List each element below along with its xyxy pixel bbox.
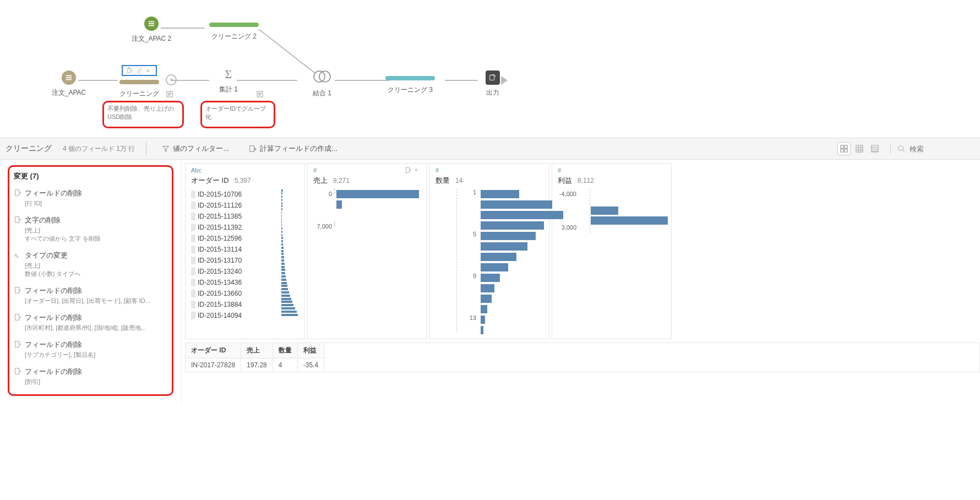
node-description: オーダーIDでグループ化 [202,102,274,124]
change-item[interactable]: フィールドの削除[サブカテゴリー], [製品名] [14,336,167,363]
annotation-highlight: 変更 (7) フィールドの削除[行 ID]文字の削除[売上]すべての値から 文字… [8,165,173,396]
join-icon [312,69,332,84]
run-flow-button[interactable] [501,76,508,85]
profile-card[interactable]: #利益8,112-4,0003,000 [552,163,672,339]
change-item[interactable]: フィールドの削除[オーダー日], [出荷日], [出荷モード], [顧客 ID.… [14,282,167,309]
cleaning-step-icon [385,76,435,80]
add-step-button[interactable]: + [166,74,177,85]
svg-text:a: a [17,254,19,258]
sigma-icon: Σ [193,67,264,81]
profile-toolbar: クリーニング 4 個のフィールド 1万 行 値のフィルター... 計算フィールド… [0,138,980,160]
profile-card[interactable]: Abcオーダー ID5,397ID-2015-10706ID-2015-1112… [185,163,305,339]
remove-field-icon [14,313,25,321]
changes-title: 変更 (7) [14,171,167,181]
node-label: クリーニング 3 [374,85,446,95]
flow-node-cleaning3[interactable]: クリーニング 3 [374,74,446,95]
column-header[interactable]: 売上 [241,343,273,358]
field-type[interactable]: Abc [191,167,299,173]
remove-field-icon [14,286,25,294]
svg-rect-35 [15,217,19,223]
svg-line-33 [903,150,905,153]
node-description: 不要列削除、売り上げのUSD削除 [104,102,182,124]
svg-rect-2 [149,25,155,26]
histogram: -4,0003,000 [558,189,666,335]
svg-rect-23 [856,145,863,152]
grid-view-button[interactable] [853,142,866,155]
data-grid[interactable]: オーダー ID売上数量利益 IN-2017-27828197.284-35.4 [185,343,980,372]
profile-card[interactable]: #A売上8,27107,000 [307,163,427,339]
field-type[interactable]: #A [313,167,421,173]
flow-node-input-apac2[interactable]: 注文_APAC 2 [116,17,187,44]
node-label: クリーニング [104,89,175,99]
change-item[interactable]: フィールドの削除[割引] [14,363,167,390]
cleaning-step-icon [209,23,259,27]
change-detail: [割引] [25,378,167,386]
node-label: 集計 1 [193,85,264,94]
svg-rect-40 [15,341,19,347]
profile-view-button[interactable] [837,142,851,155]
change-label: フィールドの削除 [25,286,167,296]
histogram: 07,000 [313,189,421,335]
table-icon [144,17,159,31]
svg-rect-22 [845,149,847,152]
flow-canvas[interactable]: 注文_APAC 2 クリーニング 2 注文_APAC A クリーニング + Σ … [0,0,980,138]
remove-field-icon [14,367,25,375]
table-icon [62,70,76,85]
node-label: 出力 [457,88,529,97]
svg-rect-0 [149,21,155,23]
profile-pane: Abcオーダー ID5,397ID-2015-10706ID-2015-1112… [182,160,980,404]
sparkline [281,189,299,317]
cell: 197.28 [241,358,273,372]
change-item[interactable]: フィールドの削除[行 ID] [14,184,167,211]
change-item[interactable]: 文字の削除[売上]すべての値から 文字 を削除 [14,211,167,247]
flow-node-aggregate1[interactable]: Σ 集計 1 [193,67,264,94]
change-detail: 数値 (小数) タイプへ [25,270,167,278]
svg-rect-3 [66,75,72,77]
svg-rect-34 [15,190,19,196]
svg-rect-42 [406,168,409,173]
search-input[interactable] [908,144,974,154]
flow-node-cleaning2[interactable]: クリーニング 2 [198,21,270,41]
table-row[interactable]: IN-2017-27828197.284-35.4 [186,358,324,372]
description-icon[interactable] [257,91,263,97]
change-item[interactable]: Aaタイプの変更[売上]数値 (小数) タイプへ [14,247,167,282]
profile-card[interactable]: #数量1415913 [429,163,549,339]
node-label: 注文_APAC 2 [116,34,187,44]
svg-rect-4 [66,77,72,78]
description-icon[interactable] [166,91,173,97]
flow-node-cleaning-selected[interactable]: A クリーニング [104,65,175,99]
flow-node-join1[interactable]: 結合 1 [286,69,358,98]
field-name: 数量 [435,176,450,186]
svg-rect-17 [490,75,494,80]
flow-node-output[interactable]: 出力 [457,70,529,97]
field-type[interactable]: # [558,167,666,173]
create-calc-field-button[interactable]: 計算フィールドの作成... [244,142,342,156]
field-distinct-count: 8,112 [578,177,594,184]
cell: -35.4 [297,358,324,372]
svg-rect-38 [15,287,19,294]
field-count: 4 個のフィールド 1万 行 [63,144,135,154]
column-header[interactable]: 数量 [273,343,297,358]
change-detail: すべての値から 文字 を削除 [25,235,167,243]
remove-field-icon [405,167,411,173]
column-header[interactable]: オーダー ID [186,343,241,358]
annotation-highlight: オーダーIDでグループ化 [200,101,275,128]
column-header[interactable]: 利益 [297,343,324,358]
field-name: 売上 [313,176,328,186]
change-label: フィールドの削除 [25,340,167,350]
field-type[interactable]: # [435,167,543,173]
search-box[interactable] [890,144,974,154]
change-label: 文字の削除 [25,215,167,225]
filter-values-button[interactable]: 値のフィルター... [157,142,233,156]
change-label: タイプの変更 [25,251,167,260]
node-label: 結合 1 [286,89,358,98]
change-label: フィールドの削除 [25,367,167,377]
selected-step-frame: A [122,65,157,76]
remove-chars-icon [14,216,25,224]
changes-panel: 変更 (7) フィールドの削除[行 ID]文字の削除[売上]すべての値から 文字… [0,160,182,404]
list-view-button[interactable] [868,142,881,155]
flow-node-input-apac[interactable]: 注文_APAC [33,70,105,97]
change-item[interactable]: フィールドの削除[市区町村], [都道府県/州], [国/地域], [販売地..… [14,309,167,336]
change-detail: [売上] [25,262,167,270]
type-change-icon: A [146,67,153,74]
